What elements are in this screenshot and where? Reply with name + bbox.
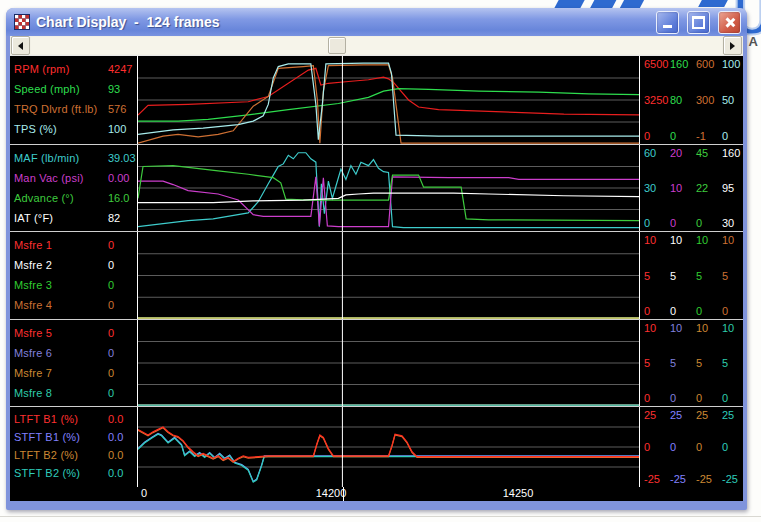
chart-plot-svg [138,407,639,487]
x-axis-tick-label: 14250 [503,487,534,500]
param-row: Msfre 30 [14,275,137,295]
scale-value: 0 [722,392,748,404]
chart-plot[interactable] [138,145,639,231]
scale-column: 6020451603010229500030 [639,145,743,231]
param-value: 0.0 [108,467,123,479]
chart-plot[interactable] [138,232,639,319]
scrollbar-thumb[interactable] [328,37,346,54]
param-row: Man Vac (psi)0.00 [14,168,137,188]
scale-value: 0 [722,130,748,142]
param-value: 0 [108,327,114,339]
titlebar[interactable]: Chart Display - 124 frames [6,8,747,36]
param-label: Msfre 6 [14,347,108,359]
scale-value: 5 [670,357,696,369]
scale-row: 25252525 [644,409,743,421]
param-label: Advance (°) [14,192,108,204]
scale-value: 0 [644,392,670,404]
param-row: Advance (°)16.0 [14,188,137,208]
param-label: STFT B2 (%) [14,467,108,479]
scale-value: -25 [644,473,670,485]
scroll-right-button[interactable] [723,36,742,55]
param-label: STFT B1 (%) [14,431,108,443]
scale-value: 0 [644,130,670,142]
param-value: 576 [108,103,126,115]
close-button[interactable] [718,11,741,34]
fuel-trim-panel: LTFT B1 (%)0.0STFT B1 (%)0.0LTFT B2 (%)0… [10,406,743,487]
param-row: Msfre 10 [14,235,137,255]
scale-value: 30 [644,182,670,194]
misfire-1-4-panel: Msfre 10Msfre 20Msfre 30Msfre 4010101010… [10,231,743,319]
param-labels-column: RPM (rpm)4247Speed (mph)93TRQ Dlvrd (ft.… [10,56,138,144]
param-label: TRQ Dlvrd (ft.lb) [14,103,108,115]
scale-row: 32508030050 [644,94,743,106]
maximize-button[interactable] [687,11,710,34]
scale-row: 00-10 [644,130,743,142]
x-axis: 01420014250 [10,487,743,501]
frame-scrollbar[interactable] [10,36,743,55]
scroll-right-icon [730,42,739,50]
x-axis-left-spacer [10,487,139,501]
scale-row: 0000 [644,392,743,404]
param-labels-column: Msfre 10Msfre 20Msfre 30Msfre 40 [10,232,138,319]
scale-value: 10 [644,322,670,334]
chart-plot[interactable] [138,407,639,487]
trace-trq [138,65,639,143]
scrollbar-track[interactable] [31,37,722,54]
scale-value: 600 [696,58,722,70]
scale-row: 00030 [644,217,743,229]
background-divider [0,516,761,517]
param-value: 100 [108,123,126,135]
param-row: TRQ Dlvrd (ft.lb)576 [14,99,137,119]
param-label: Msfre 8 [14,387,108,399]
minimize-button[interactable] [656,11,679,34]
scale-row: -25-25-25-25 [644,473,743,485]
scale-value: 25 [644,409,670,421]
trace-tps [138,63,639,140]
param-label: Msfre 4 [14,299,108,311]
background-logo-fragment [620,0,644,8]
param-value: 4247 [108,63,132,75]
scale-value: 160 [670,58,696,70]
param-labels-column: LTFT B1 (%)0.0STFT B1 (%)0.0LTFT B2 (%)0… [10,407,138,487]
param-value: 0 [108,279,114,291]
scale-value: 0 [670,305,696,317]
scale-value: 5 [670,270,696,282]
param-label: LTFT B2 (%) [14,449,108,461]
chart-plot[interactable] [138,56,639,144]
chart-plot[interactable] [138,320,639,406]
param-row: Msfre 20 [14,255,137,275]
param-row: Msfre 70 [14,363,137,383]
scroll-left-icon [14,42,23,50]
param-value: 0.0 [108,449,123,461]
param-label: LTFT B1 (%) [14,413,108,425]
param-value: 0 [108,367,114,379]
x-axis-tick-label: 0 [141,487,147,500]
scale-value: 0 [696,441,722,453]
scroll-left-button[interactable] [11,36,30,55]
param-row: IAT (°F)82 [14,208,137,228]
param-value: 82 [108,212,120,224]
param-value: 39.03 [108,152,136,164]
trace-rpm [138,68,639,115]
param-label: MAF (lb/min) [14,152,108,164]
scale-value: 0 [722,305,748,317]
scale-value: 10 [696,234,722,246]
param-value: 0.00 [108,172,129,184]
scale-value: 10 [696,322,722,334]
scale-column: 252525250000-25-25-25-25 [639,407,743,487]
scale-row: 5555 [644,357,743,369]
misfire-5-8-panel: Msfre 50Msfre 60Msfre 70Msfre 8010101010… [10,319,743,406]
param-row: RPM (rpm)4247 [14,59,137,79]
param-label: TPS (%) [14,123,108,135]
scale-value: 0 [670,217,696,229]
param-row: STFT B2 (%)0.0 [14,464,137,482]
scale-value: 45 [696,147,722,159]
param-label: IAT (°F) [14,212,108,224]
engine-panel: RPM (rpm)4247Speed (mph)93TRQ Dlvrd (ft.… [10,56,743,144]
param-row: Speed (mph)93 [14,79,137,99]
param-row: Msfre 40 [14,295,137,315]
window-title: Chart Display - 124 frames [36,14,648,30]
cursor-line [343,487,344,501]
param-label: Msfre 3 [14,279,108,291]
scale-row: 30102295 [644,182,743,194]
